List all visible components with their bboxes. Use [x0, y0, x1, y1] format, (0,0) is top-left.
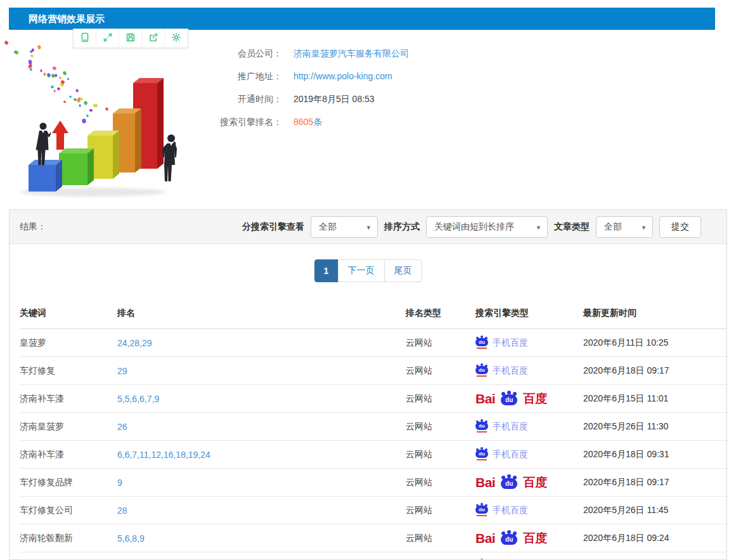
rank-links[interactable]: 29	[117, 366, 406, 376]
fullscreen-icon	[103, 32, 113, 45]
updated-cell: 2020年6月18日 09:17	[583, 477, 726, 488]
page-button-current[interactable]: 1	[314, 259, 339, 282]
fullscreen-button[interactable]	[96, 29, 119, 48]
table-row: 济南补车漆6,6,7,11,12,16,18,19,24云网站du手机百度202…	[20, 441, 726, 469]
info-row-ranking-count: 搜索引擎排名： 8605条	[216, 117, 545, 128]
baidu-paw-icon: du	[475, 337, 488, 349]
updated-cell: 2020年5月26日 11:45	[583, 505, 726, 516]
updated-cell: 2020年6月18日 09:31	[583, 449, 726, 460]
mobile-baidu-label: 手机百度	[493, 449, 528, 460]
rank-links[interactable]: 28	[117, 505, 406, 516]
rank-type-cell: 云网站	[406, 421, 475, 433]
keyword-cell: 车灯修复品牌	[20, 477, 117, 488]
baidu-paw-icon: du	[475, 420, 488, 433]
chevron-down-icon: ▼	[536, 225, 541, 231]
share-button[interactable]	[142, 29, 165, 48]
article-type-select[interactable]: 全部 ▼	[596, 216, 653, 238]
submit-button[interactable]: 提交	[659, 216, 701, 238]
rank-links[interactable]: 6,6,7,11,12,16,18,19,24	[117, 450, 406, 460]
paw-underline	[477, 348, 487, 349]
table-row: 济南皇菠萝26云网站du手机百度2020年5月26日 11:30	[20, 413, 726, 441]
updated-cell: 2020年6月15日 11:01	[583, 393, 726, 405]
table-row: 车灯修复公司28云网站du手机百度2020年5月26日 11:45	[20, 497, 726, 524]
rank-links[interactable]: 26	[117, 422, 406, 432]
marketing-illustration	[8, 47, 198, 199]
rank-type-cell: 云网站	[406, 393, 475, 405]
paw-underline	[477, 459, 487, 460]
open-time-label: 开通时间：	[216, 94, 282, 105]
engine-filter-value: 全部	[319, 221, 337, 233]
baidu-paw-icon: du	[475, 504, 488, 516]
promo-url-link[interactable]: http://www.polo-king.com	[294, 71, 392, 81]
engine-cell: Baidu百度	[475, 391, 583, 407]
keyword-cell: 济南补车漆	[20, 449, 117, 460]
paw-pad: du	[475, 505, 488, 514]
paw-pad: du	[501, 394, 517, 405]
businessman-figure-right	[162, 133, 181, 185]
table-header-row: 关键词 排名 排名类型 搜索引擎类型 最新更新时间	[20, 295, 726, 329]
company-link[interactable]: 济南皇菠萝汽车服务有限公司	[294, 48, 409, 60]
next-page-button[interactable]: 下一页	[338, 259, 385, 282]
last-page-button[interactable]: 尾页	[384, 259, 422, 282]
header-rank: 排名	[117, 308, 406, 319]
paw-pad: du	[475, 338, 488, 346]
table-body: 皇菠萝24,28,29云网站du手机百度2020年6月11日 10:25车灯修复…	[20, 329, 726, 560]
paw-pad: du	[501, 534, 517, 545]
paw-pad: du	[475, 450, 488, 458]
baidu-logo-bai: Bai	[475, 531, 495, 546]
sort-filter-select[interactable]: 关键词由短到长排序 ▼	[426, 216, 548, 238]
save-icon	[126, 32, 136, 45]
engine-cell: Baidu百度	[475, 530, 583, 547]
table-row: 济南补车漆5,5,6,6,7,9云网站Baidu百度2020年6月15日 11:…	[20, 385, 726, 413]
table-row: 车灯修复29云网站du手机百度2020年6月18日 09:17	[20, 357, 726, 385]
rank-links[interactable]: 9	[117, 478, 406, 488]
sort-filter-value: 关键词由短到长排序	[434, 221, 514, 233]
engine-filter-label: 分搜索引擎查看	[242, 221, 304, 233]
ranking-count-value: 8605	[294, 117, 313, 127]
chevron-down-icon: ▼	[641, 225, 647, 231]
save-button[interactable]	[119, 29, 142, 48]
rank-links[interactable]: 5,6,8,9	[117, 533, 406, 544]
updated-cell: 2020年6月18日 09:17	[583, 365, 726, 377]
bar-green	[59, 153, 87, 185]
engine-cell: du手机百度	[475, 504, 583, 516]
paw-pad: du	[475, 422, 488, 430]
filter-group: 分搜索引擎查看 全部 ▼ 排序方式 关键词由短到长排序 ▼ 文章类型 全部 ▼ …	[242, 216, 701, 238]
rank-links[interactable]: 5,5,6,6,7,9	[117, 394, 406, 404]
header-keyword: 关键词	[20, 308, 117, 319]
mobile-baidu-label: 手机百度	[493, 337, 528, 349]
settings-button[interactable]	[165, 29, 188, 48]
rank-links[interactable]: 24,28,29	[117, 338, 406, 348]
keyword-cell: 济南轮毂翻新	[20, 533, 117, 544]
widget-toolbar	[73, 29, 188, 48]
mobile-preview-button[interactable]	[74, 29, 96, 48]
paw-underline	[477, 375, 487, 377]
engine-cell: du手机百度	[475, 448, 583, 460]
mobile-icon	[80, 32, 90, 45]
ranking-count-label: 搜索引擎排名：	[216, 117, 282, 128]
table-row: 皇菠萝24,28,29云网站du手机百度2020年6月11日 10:25	[20, 329, 726, 357]
gear-icon	[171, 32, 181, 45]
promo-url-label: 推广地址：	[216, 71, 282, 82]
info-row-open-time: 开通时间： 2019年8月5日 08:53	[216, 94, 545, 105]
rank-type-cell: 云网站	[406, 365, 475, 377]
bar-blue	[29, 165, 56, 192]
keyword-cell: 车灯修复	[20, 365, 117, 377]
table-row: 济南车子补漆6,8,11,11,13,15,17,17,18,19,23云网站d…	[20, 552, 726, 560]
paw-pad: du	[475, 366, 488, 374]
header-rank-type: 排名类型	[406, 308, 475, 319]
engine-filter-select[interactable]: 全部 ▼	[311, 216, 378, 238]
updated-cell: 2020年6月18日 09:24	[583, 533, 726, 544]
rank-type-cell: 云网站	[406, 533, 475, 544]
up-arrow-graphic	[52, 120, 68, 150]
table-row: 济南轮毂翻新5,6,8,9云网站Baidu百度2020年6月18日 09:24	[20, 524, 726, 552]
paw-pad: du	[501, 478, 517, 489]
baidu-paw-icon: du	[501, 476, 517, 489]
baidu-logo-text: 百度	[523, 474, 547, 491]
page-title: 网络营销效果展示	[29, 13, 105, 24]
rank-type-cell: 云网站	[406, 449, 475, 460]
keyword-cell: 车灯修复公司	[20, 505, 117, 516]
header-updated: 最新更新时间	[583, 308, 726, 319]
article-type-label: 文章类型	[554, 221, 590, 233]
filter-bar: 结果： 分搜索引擎查看 全部 ▼ 排序方式 关键词由短到长排序 ▼ 文章类型 全…	[10, 210, 726, 244]
